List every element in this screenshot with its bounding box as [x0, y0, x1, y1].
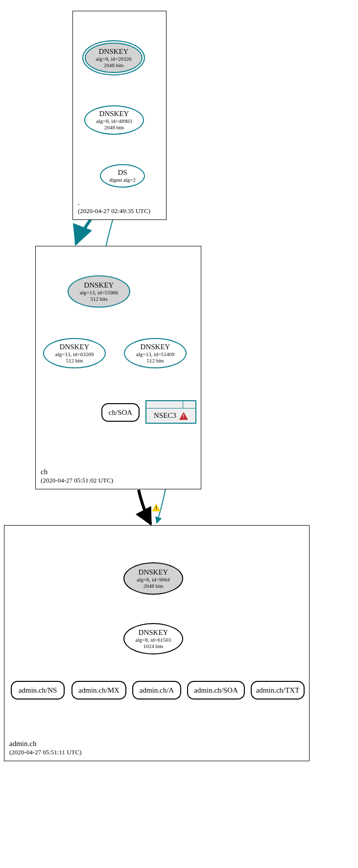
- record-label: admin.ch/MX: [78, 686, 119, 695]
- node-sub1: digest alg=2: [109, 177, 136, 183]
- node-sub1: alg=13, id=63209: [55, 351, 94, 358]
- warning-icon: [152, 504, 161, 511]
- zone-ch-label: ch (2020-04-27 05:51:02 UTC): [41, 467, 113, 485]
- node-root-ds: DS digest alg=2: [100, 164, 145, 188]
- node-ch-zsk2: DNSKEY alg=13, id=51409 512 bits: [124, 338, 187, 368]
- node-root-zsk: DNSKEY alg=8, id=48903 2048 bits: [84, 105, 144, 135]
- node-ch-zsk1: DNSKEY alg=13, id=63209 512 bits: [43, 338, 106, 368]
- node-sub2: 512 bits: [90, 296, 107, 302]
- zone-root-label: . (2020-04-27 02:49:35 UTC): [78, 198, 150, 216]
- zone-root-name: .: [78, 198, 150, 208]
- node-sub2: 512 bits: [66, 358, 83, 364]
- nsec3-label: NSEC3: [154, 411, 176, 420]
- node-title: DNSKEY: [84, 281, 114, 289]
- node-sub1: alg=8, id=9064: [137, 577, 169, 583]
- node-ch-ksk: DNSKEY alg=13, id=55966 512 bits: [68, 275, 130, 308]
- record-label: ch/SOA: [109, 409, 132, 417]
- node-rr-mx: admin.ch/MX: [72, 681, 126, 699]
- node-sub2: 2048 bits: [143, 583, 164, 589]
- zone-admin-timestamp: (2020-04-27 05:51:11 UTC): [9, 748, 82, 757]
- node-title: DNSKEY: [139, 568, 168, 577]
- node-nsec3: NSEC3: [145, 400, 196, 424]
- node-sub2: 512 bits: [146, 358, 164, 364]
- node-rr-a: admin.ch/A: [132, 681, 181, 699]
- node-title: DNSKEY: [141, 343, 170, 351]
- node-admin-zsk: DNSKEY alg=8, id=61503 1024 bits: [123, 623, 183, 654]
- zone-ch-timestamp: (2020-04-27 05:51:02 UTC): [41, 477, 113, 485]
- node-admin-ksk: DNSKEY alg=8, id=9064 2048 bits: [123, 562, 183, 595]
- node-sub2: 2048 bits: [104, 124, 124, 131]
- node-title: DNSKEY: [60, 343, 90, 351]
- node-title: DNSKEY: [99, 48, 129, 56]
- node-sub2: 2048 bits: [104, 62, 124, 69]
- node-sub2: 1024 bits: [143, 643, 164, 650]
- record-label: admin.ch/A: [140, 686, 174, 695]
- node-sub1: alg=13, id=55966: [80, 289, 118, 296]
- node-title: DNSKEY: [139, 628, 168, 637]
- node-rr-soa: admin.ch/SOA: [187, 681, 245, 699]
- zone-ch-name: ch: [41, 467, 113, 477]
- zone-root-timestamp: (2020-04-27 02:49:35 UTC): [78, 207, 150, 216]
- node-sub1: alg=8, id=61503: [136, 637, 171, 643]
- nsec3-header: [146, 401, 195, 409]
- node-title: DS: [118, 169, 127, 177]
- node-root-ksk: DNSKEY alg=8, id=20326 2048 bits: [82, 40, 145, 75]
- record-label: admin.ch/TXT: [256, 686, 300, 695]
- zone-admin-label: admin.ch (2020-04-27 05:51:11 UTC): [9, 739, 82, 757]
- node-sub1: alg=13, id=51409: [136, 351, 174, 358]
- node-sub1: alg=8, id=48903: [96, 118, 132, 124]
- node-ch-soa: ch/SOA: [101, 403, 140, 422]
- record-label: admin.ch/NS: [19, 686, 57, 695]
- node-sub1: alg=8, id=20326: [96, 56, 132, 62]
- node-rr-ns: admin.ch/NS: [11, 681, 65, 699]
- node-rr-txt: admin.ch/TXT: [251, 681, 305, 699]
- record-label: admin.ch/SOA: [194, 686, 238, 695]
- zone-admin-name: admin.ch: [9, 739, 82, 749]
- node-title: DNSKEY: [99, 110, 129, 118]
- warning-icon: [179, 412, 188, 420]
